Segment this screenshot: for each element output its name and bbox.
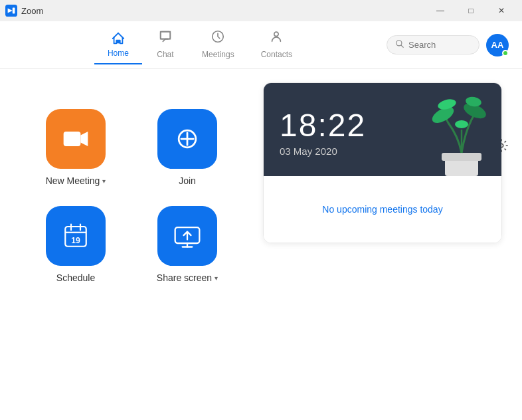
schedule-item[interactable]: 19 Schedule xyxy=(33,206,118,283)
svg-text:19: 19 xyxy=(71,236,80,245)
tab-contacts-label: Contacts xyxy=(261,50,292,59)
calendar-header: 18:22 03 May 2020 xyxy=(264,83,501,176)
nav-right: AA xyxy=(387,34,509,56)
avatar-status-badge xyxy=(502,50,509,56)
avatar[interactable]: AA xyxy=(486,34,509,56)
svg-rect-4 xyxy=(161,32,171,39)
maximize-button[interactable]: □ xyxy=(456,0,486,21)
share-screen-label: Share screen ▾ xyxy=(157,272,218,283)
join-label: Join xyxy=(179,175,196,186)
tab-meetings[interactable]: Meetings xyxy=(189,24,248,66)
action-grid: New Meeting ▾ Join xyxy=(20,96,243,296)
plant-decoration xyxy=(408,90,501,176)
svg-rect-2 xyxy=(13,8,15,14)
schedule-button[interactable]: 19 xyxy=(46,206,106,266)
calendar-time: 18:22 03 May 2020 xyxy=(280,110,366,157)
nav-bar: Home Chat Meetings xyxy=(0,21,522,69)
new-meeting-label: New Meeting ▾ xyxy=(46,175,106,186)
clock-display: 18:22 xyxy=(280,110,366,142)
title-bar-left: Zoom xyxy=(5,5,43,17)
nav-tabs: Home Chat Meetings xyxy=(13,24,387,66)
tab-contacts[interactable]: Contacts xyxy=(248,24,305,66)
new-meeting-dropdown-arrow: ▾ xyxy=(102,177,106,185)
svg-marker-10 xyxy=(80,132,88,146)
new-meeting-button[interactable] xyxy=(46,109,106,169)
main-content: New Meeting ▾ Join xyxy=(0,69,522,420)
share-screen-item[interactable]: Share screen ▾ xyxy=(145,206,230,283)
calendar-body: No upcoming meetings today xyxy=(264,176,501,243)
svg-rect-24 xyxy=(442,153,481,161)
date-display: 03 May 2020 xyxy=(280,146,366,157)
schedule-label: Schedule xyxy=(56,272,95,283)
svg-point-6 xyxy=(274,32,278,36)
share-screen-dropdown-arrow: ▾ xyxy=(215,274,218,282)
tab-meetings-label: Meetings xyxy=(202,50,234,59)
right-panel: 18:22 03 May 2020 xyxy=(263,82,502,407)
app-logo xyxy=(5,5,17,17)
new-meeting-item[interactable]: New Meeting ▾ xyxy=(33,109,118,186)
search-icon xyxy=(395,39,404,51)
calendar-widget: 18:22 03 May 2020 xyxy=(263,82,502,243)
tab-home-label: Home xyxy=(108,49,129,58)
meetings-icon xyxy=(211,29,225,47)
tab-chat-label: Chat xyxy=(157,50,173,59)
chat-icon xyxy=(158,29,173,47)
close-button[interactable]: ✕ xyxy=(486,0,517,21)
svg-rect-9 xyxy=(64,132,81,146)
tab-home[interactable]: Home xyxy=(94,26,142,64)
no-meetings-text: No upcoming meetings today xyxy=(322,204,442,215)
home-icon xyxy=(111,31,126,46)
contacts-icon xyxy=(269,29,284,47)
svg-rect-3 xyxy=(116,40,120,43)
svg-point-29 xyxy=(455,120,468,128)
join-item[interactable]: Join xyxy=(145,109,230,186)
search-input[interactable] xyxy=(408,40,468,50)
tab-chat[interactable]: Chat xyxy=(142,24,189,66)
left-panel: New Meeting ▾ Join xyxy=(20,82,243,407)
minimize-button[interactable]: — xyxy=(425,0,456,21)
app-title: Zoom xyxy=(21,6,43,16)
share-screen-button[interactable] xyxy=(157,206,217,266)
title-bar-controls: — □ ✕ xyxy=(425,0,517,21)
join-button[interactable] xyxy=(157,109,217,169)
title-bar: Zoom — □ ✕ xyxy=(0,0,522,21)
search-box[interactable] xyxy=(387,35,479,54)
